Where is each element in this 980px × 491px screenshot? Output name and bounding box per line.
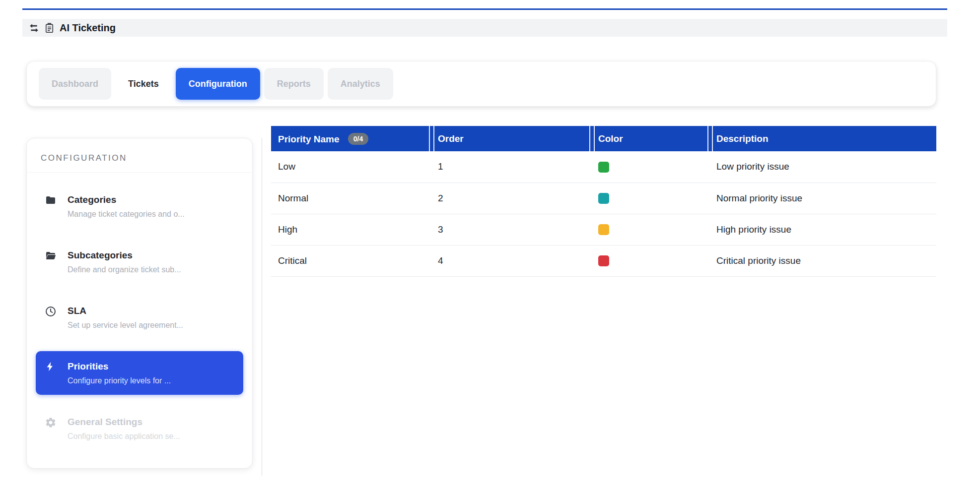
sidebar-item-label: General Settings <box>68 416 180 428</box>
column-label: Order <box>438 133 464 144</box>
sidebar-item-sla[interactable]: SLA Set up service level agreement... <box>36 296 243 339</box>
tab-dashboard[interactable]: Dashboard <box>39 68 111 100</box>
column-header-order[interactable]: Order <box>429 126 589 151</box>
sidebar-item-general-settings[interactable]: General Settings Configure basic applica… <box>36 407 243 450</box>
tab-tickets[interactable]: Tickets <box>115 68 172 100</box>
sidebar-item-label: SLA <box>68 305 183 317</box>
color-cell <box>589 151 707 183</box>
priority-name-cell: High <box>271 214 429 245</box>
column-label: Color <box>598 133 623 144</box>
column-header-description[interactable]: Description <box>707 126 936 151</box>
sidebar-item-categories[interactable]: Categories Manage ticket categories and … <box>36 184 243 228</box>
color-cell <box>589 245 707 276</box>
priority-name-cell: Normal <box>271 183 429 214</box>
column-label: Priority Name <box>278 134 340 144</box>
table-row[interactable]: Normal 2 Normal priority issue <box>271 183 936 214</box>
sidebar-item-description: Set up service level agreement... <box>68 320 183 330</box>
description-cell: Normal priority issue <box>707 183 936 214</box>
column-label: Description <box>716 133 769 144</box>
bolt-icon <box>45 361 58 372</box>
table-row[interactable]: High 3 High priority issue <box>271 214 936 245</box>
sidebar-item-description: Define and organize ticket sub... <box>68 264 181 275</box>
table-row[interactable]: Low 1 Low priority issue <box>271 151 936 183</box>
color-cell <box>589 214 707 245</box>
color-swatch <box>598 162 609 173</box>
column-header-color[interactable]: Color <box>589 126 707 151</box>
sidebar-item-subcategories[interactable]: Subcategories Define and organize ticket… <box>36 240 243 284</box>
clipboard-icon <box>45 23 54 33</box>
sidebar-item-priorities[interactable]: Priorities Configure priority levels for… <box>36 351 243 395</box>
sidebar-item-label: Priorities <box>68 360 171 372</box>
content-area: CONFIGURATION Categories Manage ticket c… <box>26 126 936 476</box>
tab-reports[interactable]: Reports <box>264 68 324 100</box>
sidebar-item-label: Subcategories <box>68 249 181 261</box>
tab-bar: Dashboard Tickets Configuration Reports … <box>26 61 936 107</box>
priorities-panel: Priority Name 0/4 Order Color Descriptio… <box>271 126 936 277</box>
folder-icon <box>45 194 58 206</box>
description-cell: Low priority issue <box>707 151 936 183</box>
priority-name-cell: Critical <box>271 245 429 276</box>
app-header: AI Ticketing <box>22 19 947 37</box>
sidebar-heading: CONFIGURATION <box>27 138 252 173</box>
sidebar-item-description: Manage ticket categories and o... <box>68 209 185 219</box>
configuration-sidebar: CONFIGURATION Categories Manage ticket c… <box>26 138 253 469</box>
table-row[interactable]: Critical 4 Critical priority issue <box>271 245 936 276</box>
folder-open-icon <box>45 250 58 262</box>
swap-arrows-icon[interactable] <box>29 23 39 33</box>
count-badge: 0/4 <box>348 133 368 145</box>
app-title: AI Ticketing <box>60 22 116 34</box>
content-divider <box>262 138 262 476</box>
description-cell: High priority issue <box>707 214 936 245</box>
color-swatch <box>598 255 609 266</box>
order-cell: 1 <box>429 151 589 183</box>
top-accent-line <box>22 8 947 10</box>
tab-configuration[interactable]: Configuration <box>176 68 260 100</box>
color-swatch <box>598 193 609 204</box>
order-cell: 4 <box>429 245 589 276</box>
sidebar-item-label: Categories <box>68 193 185 206</box>
sidebar-item-description: Configure priority levels for ... <box>68 375 171 386</box>
page: AI Ticketing Dashboard Tickets Configura… <box>0 8 980 476</box>
color-cell <box>589 183 707 214</box>
sidebar-items: Categories Manage ticket categories and … <box>27 173 252 450</box>
order-cell: 2 <box>429 183 589 214</box>
column-header-priority-name[interactable]: Priority Name 0/4 <box>271 126 429 151</box>
color-swatch <box>598 224 609 235</box>
clock-icon <box>45 306 58 317</box>
sidebar-item-description: Configure basic application se... <box>68 431 180 441</box>
table-header-row: Priority Name 0/4 Order Color Descriptio… <box>271 126 936 151</box>
description-cell: Critical priority issue <box>707 245 936 276</box>
gear-icon <box>45 417 58 429</box>
tab-analytics[interactable]: Analytics <box>328 68 393 100</box>
order-cell: 3 <box>429 214 589 245</box>
priority-name-cell: Low <box>271 151 429 183</box>
priorities-table: Priority Name 0/4 Order Color Descriptio… <box>271 126 936 277</box>
